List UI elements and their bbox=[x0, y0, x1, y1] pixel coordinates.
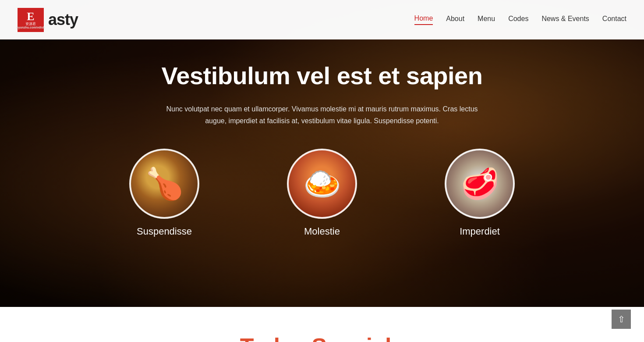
logo-badge: E 资源君 eyunzhu.com/vdisk bbox=[18, 8, 44, 32]
scroll-top-button[interactable]: ⇧ bbox=[612, 310, 631, 329]
food-item-2: Molestie bbox=[287, 149, 357, 237]
food-item-1: Suspendisse bbox=[129, 149, 199, 237]
hero-title: Vestibulum vel est et sapien bbox=[156, 61, 488, 90]
food-label-imperdiet: Imperdiet bbox=[460, 226, 500, 237]
hero-content: Vestibulum vel est et sapien Nunc volutp… bbox=[138, 61, 506, 127]
food-circle-suspendisse bbox=[129, 149, 199, 219]
today-specials-section: Today Specials bbox=[0, 307, 644, 342]
header: E 资源君 eyunzhu.com/vdisk asty Home About … bbox=[0, 0, 644, 39]
food-circle-molestie bbox=[287, 149, 357, 219]
hero-section: Vestibulum vel est et sapien Nunc volutp… bbox=[0, 0, 644, 307]
food-label-suspendisse: Suspendisse bbox=[137, 226, 192, 237]
nav-menu[interactable]: Menu bbox=[478, 15, 495, 25]
food-circles: Suspendisse Molestie Imperdiet bbox=[129, 149, 515, 237]
nav-codes[interactable]: Codes bbox=[508, 15, 528, 25]
nav-about[interactable]: About bbox=[446, 15, 464, 25]
food-label-molestie: Molestie bbox=[304, 226, 340, 237]
logo-subtitle: 资源君 bbox=[25, 22, 36, 26]
nav-news-events[interactable]: News & Events bbox=[541, 15, 589, 25]
food-circle-imperdiet bbox=[445, 149, 515, 219]
nav-contact[interactable]: Contact bbox=[602, 15, 626, 25]
today-specials-title: Today Specials bbox=[18, 333, 626, 342]
logo-letter: E bbox=[27, 11, 34, 22]
main-nav: Home About Menu Codes News & Events Cont… bbox=[414, 14, 626, 25]
hero-subtitle: Nunc volutpat nec quam et ullamcorper. V… bbox=[156, 103, 488, 127]
logo-url: eyunzhu.com/vdisk bbox=[17, 26, 45, 29]
logo-area: E 资源君 eyunzhu.com/vdisk asty bbox=[18, 8, 78, 32]
logo-text: asty bbox=[48, 11, 78, 29]
nav-home[interactable]: Home bbox=[414, 14, 433, 25]
food-item-3: Imperdiet bbox=[445, 149, 515, 237]
